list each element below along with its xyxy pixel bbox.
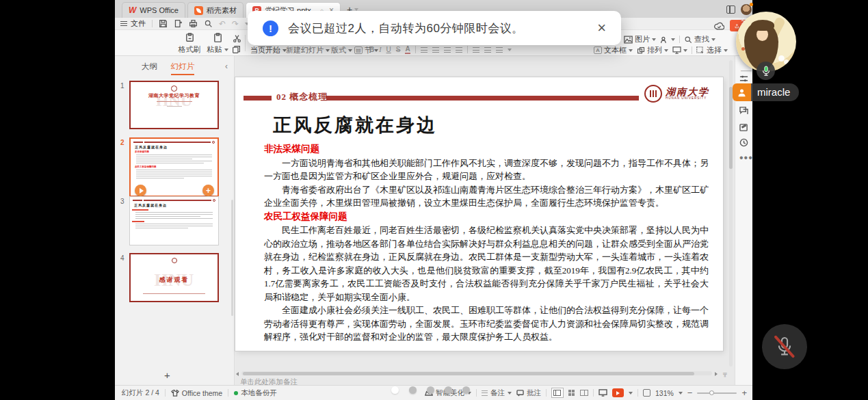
number-list-icon[interactable] <box>484 47 491 53</box>
new-slide-plus-button[interactable]: + <box>164 369 170 381</box>
undo-icon[interactable]: ↶ <box>219 19 226 29</box>
format-painter-button[interactable]: 格式刷 <box>175 33 204 55</box>
university-logo: 湖南大学 HUNAN UNIVERSITY <box>644 85 709 103</box>
play-slide-button[interactable] <box>135 185 146 196</box>
thumb-header-bar <box>133 141 215 144</box>
start-from-page-button[interactable]: 当页开始 <box>250 45 287 55</box>
align-justify-icon[interactable] <box>456 47 462 53</box>
dot[interactable] <box>409 386 417 394</box>
print-preview-icon[interactable] <box>204 19 213 28</box>
tab-outline[interactable]: 大纲 <box>142 62 157 75</box>
add-slide-button[interactable]: + <box>202 185 214 196</box>
slide-number: 2 <box>120 139 124 146</box>
asset-library-button[interactable] <box>660 36 675 44</box>
tab-docer[interactable]: 稻壳素材 <box>187 2 244 18</box>
strikethrough-button[interactable]: S <box>396 46 401 53</box>
zoom-out-button[interactable]: − <box>687 388 693 398</box>
save-icon[interactable] <box>159 19 168 28</box>
thumb-heading: 农民工权益保障问题 <box>135 165 213 168</box>
tab-slides[interactable]: 幻灯片 <box>171 62 195 75</box>
slide-thumbnail-4[interactable]: HNU 感谢观看 <box>129 253 219 302</box>
redo-icon[interactable]: ↷ <box>232 19 239 29</box>
divider <box>692 46 692 54</box>
line-spacing-icon[interactable] <box>496 47 503 53</box>
university-seal-icon <box>644 85 662 103</box>
scroll-left-icon[interactable] <box>236 372 239 376</box>
thumb-title: 感谢观看 <box>131 276 218 284</box>
task-pane-toggle-icon[interactable] <box>726 5 735 14</box>
collapse-panel-icon[interactable]: ‹ <box>225 62 228 71</box>
chevron-down-icon[interactable] <box>629 392 633 395</box>
zoom-in-button[interactable]: + <box>741 388 747 398</box>
bullet-list-icon[interactable] <box>473 47 479 53</box>
slideshow-device-button[interactable] <box>672 46 687 54</box>
underline-button[interactable]: U <box>386 46 391 53</box>
align-right-icon[interactable] <box>444 47 451 53</box>
panel-scrollbar[interactable] <box>231 200 234 316</box>
slide-number: 1 <box>120 82 124 90</box>
cut-icon[interactable] <box>233 34 241 43</box>
dot[interactable] <box>427 386 434 394</box>
file-menu[interactable]: 文件 <box>120 18 146 29</box>
bold-button[interactable]: B <box>369 46 374 53</box>
italic-button[interactable]: I <box>379 46 381 53</box>
new-slide-button[interactable]: 新建幻灯片 <box>286 45 330 55</box>
editing-canvas[interactable]: 02 概念梳理 湖南大学 HUNAN UNIVERSITY 正风反腐就在身边 非… <box>235 56 735 385</box>
fit-to-window-icon[interactable] <box>643 389 650 397</box>
slideshow-settings-icon[interactable] <box>599 389 607 397</box>
layout-button[interactable]: 版式 <box>331 45 352 55</box>
clock-history-icon[interactable] <box>739 138 748 147</box>
chevron-down-icon <box>508 392 512 395</box>
notes-button[interactable]: 备注 <box>482 388 512 398</box>
horizontal-scrollbar-thumb[interactable] <box>243 372 694 375</box>
dot[interactable] <box>445 386 452 394</box>
slide-thumbnail-3[interactable]: 正风反腐就在身边 <box>129 196 219 245</box>
notes-splitter-handle[interactable]: ╦ <box>723 371 728 376</box>
find-button[interactable]: 查找 <box>684 34 715 44</box>
participant-mic-button[interactable] <box>757 62 775 80</box>
tab-wps-home[interactable]: W WPS Office <box>122 2 185 18</box>
textbox-button[interactable]: A 文本框 <box>594 45 633 55</box>
participant-name-pill[interactable]: miracle <box>733 83 799 101</box>
dot-active[interactable] <box>391 386 399 394</box>
thumb-header-bar <box>133 199 215 202</box>
comments-button[interactable]: 批注 <box>516 388 541 398</box>
divider <box>245 35 246 51</box>
slide-sorter-view-button[interactable] <box>568 390 575 397</box>
scroll-right-icon[interactable] <box>715 372 718 376</box>
tab-label: WPS Office <box>140 6 179 14</box>
slide-editing-surface[interactable]: 02 概念梳理 湖南大学 HUNAN UNIVERSITY 正风反腐就在身边 非… <box>235 77 723 351</box>
arrange-button[interactable]: 排列 <box>637 45 668 55</box>
more-tools-icon[interactable]: ••• <box>739 152 753 164</box>
edit-history-icon[interactable] <box>739 123 748 131</box>
export-icon[interactable] <box>174 19 183 28</box>
select-button[interactable]: 选择 <box>696 45 728 55</box>
cloud-sync-icon[interactable] <box>714 22 724 30</box>
align-left-icon[interactable] <box>421 47 428 53</box>
dot[interactable] <box>462 386 470 394</box>
slideshow-play-button[interactable] <box>612 388 624 397</box>
copy-icon[interactable] <box>232 45 241 54</box>
close-banner-icon[interactable]: × <box>597 21 606 36</box>
zoom-slider[interactable] <box>697 392 737 394</box>
align-center-icon[interactable] <box>432 47 439 53</box>
slide-panel: 大纲 幻灯片 ‹ 1 HNU 湖南大学党纪学习教育 2 正风反腐就在身边 非法采… <box>115 56 235 385</box>
print-icon[interactable] <box>189 19 198 28</box>
zoom-level[interactable]: 131% <box>655 389 674 397</box>
properties-sliders-icon[interactable] <box>739 75 748 83</box>
paste-button[interactable]: 粘贴 <box>204 33 231 55</box>
zoom-slider-knob[interactable] <box>709 390 714 395</box>
theme-button[interactable]: Office theme <box>171 389 222 397</box>
font-color-button[interactable]: A <box>405 45 410 54</box>
reading-view-button[interactable] <box>580 390 588 396</box>
insert-picture-button[interactable]: 图片 <box>624 34 656 44</box>
normal-view-button[interactable] <box>551 388 564 398</box>
chevron-down-icon[interactable] <box>679 392 683 395</box>
select-label: 选择 <box>707 45 722 55</box>
chevron-down-icon <box>629 49 633 52</box>
backup-status[interactable]: 本地备份开 <box>234 388 277 398</box>
mute-microphone-button[interactable] <box>762 324 807 369</box>
slide-thumbnail-1[interactable]: HNU 湖南大学党纪学习教育 <box>129 81 219 129</box>
account-avatar[interactable] <box>741 4 752 15</box>
comments-panel-icon[interactable] <box>739 107 748 115</box>
